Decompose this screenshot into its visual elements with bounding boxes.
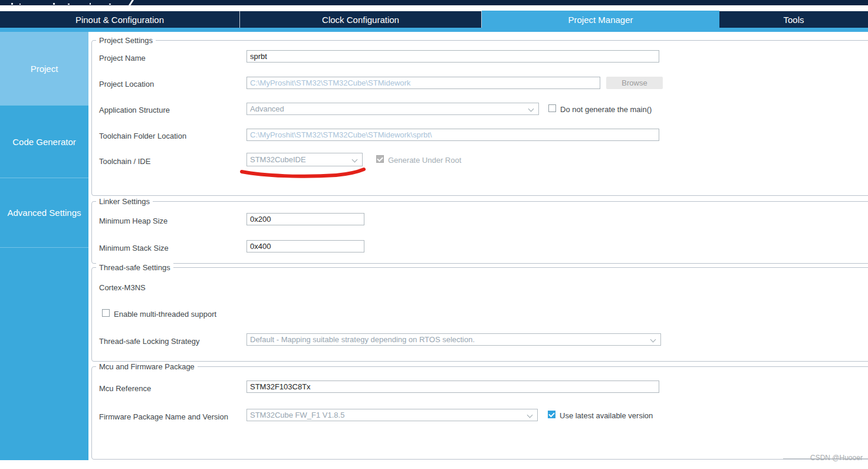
- locking-strategy-label: Thread-safe Locking Strategy: [99, 337, 200, 346]
- do-not-generate-main-label: Do not generate the main(): [560, 105, 652, 114]
- project-settings-group: Project Settings Project Name Project Lo…: [91, 40, 868, 196]
- main-tab-bar: Pinout & Configuration Clock Configurati…: [0, 11, 868, 28]
- toolchain-ide-label: Toolchain / IDE: [99, 157, 150, 166]
- sidebar-item-label: Project: [31, 64, 58, 74]
- tab-label: Clock Configuration: [322, 15, 399, 25]
- locking-strategy-value: Default - Mapping suitable strategy depe…: [250, 335, 475, 344]
- tab-pinout-configuration[interactable]: Pinout & Configuration: [0, 11, 240, 28]
- use-latest-version-label: Use latest available version: [560, 411, 653, 420]
- generate-under-root-label: Generate Under Root: [388, 156, 461, 165]
- group-legend: Mcu and Firmware Package: [96, 362, 198, 371]
- clipped-text-fragment: [68, 4, 70, 5]
- sidebar-item-project[interactable]: Project: [0, 32, 88, 105]
- generate-under-root-checkbox[interactable]: [376, 155, 384, 163]
- browse-button[interactable]: Browse: [606, 77, 663, 89]
- tab-tools[interactable]: Tools: [719, 11, 868, 28]
- chevron-down-icon: [528, 106, 534, 112]
- application-structure-label: Application Structure: [99, 106, 170, 114]
- sidebar-filler: [0, 247, 88, 460]
- firmware-package-label: Firmware Package Name and Version: [99, 412, 228, 421]
- min-stack-input[interactable]: [246, 240, 364, 252]
- project-manager-page: Pinout & Configuration Clock Configurati…: [0, 0, 868, 469]
- enable-multi-threaded-checkbox[interactable]: [102, 309, 110, 317]
- toolchain-folder-label: Toolchain Folder Location: [99, 132, 186, 140]
- mcu-reference-input[interactable]: [246, 381, 659, 393]
- toolchain-folder-input[interactable]: [246, 129, 659, 141]
- clipped-text-fragment: [90, 3, 91, 5]
- mcu-reference-label: Mcu Reference: [99, 384, 151, 393]
- sidebar-item-code-generator[interactable]: Code Generator: [0, 105, 88, 178]
- min-stack-label: Minimum Stack Size: [99, 244, 169, 252]
- application-structure-select[interactable]: Advanced: [246, 103, 539, 115]
- firmware-package-select[interactable]: STM32Cube FW_F1 V1.8.5: [246, 409, 538, 421]
- clipped-slash-fragment: [129, 0, 134, 6]
- toolchain-ide-value: STM32CubeIDE: [250, 155, 306, 164]
- min-heap-label: Minimum Heap Size: [99, 217, 167, 225]
- group-legend: Thread-safe Settings: [96, 263, 173, 272]
- use-latest-version-checkbox[interactable]: [548, 411, 555, 418]
- tab-project-manager[interactable]: Project Manager: [482, 11, 719, 28]
- clipped-text-fragment: [11, 3, 13, 5]
- clipped-toolbar-strip: [0, 0, 868, 5]
- application-structure-value: Advanced: [250, 104, 284, 113]
- do-not-generate-main-checkbox[interactable]: [548, 104, 556, 112]
- tab-clock-configuration[interactable]: Clock Configuration: [240, 11, 482, 28]
- group-legend: Linker Settings: [96, 197, 153, 206]
- project-name-input[interactable]: [246, 50, 659, 63]
- group-legend: Project Settings: [96, 36, 156, 45]
- firmware-package-value: STM32Cube FW_F1 V1.8.5: [250, 411, 344, 419]
- tab-label: Tools: [783, 15, 804, 25]
- sidebar-item-advanced-settings[interactable]: Advanced Settings: [0, 178, 88, 247]
- watermark-text: CSDN @Huooer: [810, 454, 863, 462]
- clipped-text-fragment: [109, 4, 111, 5]
- chevron-down-icon: [352, 157, 358, 163]
- project-manager-sidebar: Project Code Generator Advanced Settings: [0, 32, 88, 460]
- core-name-text: Cortex-M3NS: [99, 283, 146, 292]
- sidebar-item-label: Advanced Settings: [7, 208, 81, 218]
- tab-label: Project Manager: [568, 15, 633, 25]
- linker-settings-group: Linker Settings Minimum Heap Size Minimu…: [91, 201, 868, 264]
- toolchain-ide-select[interactable]: STM32CubeIDE: [246, 153, 363, 166]
- tab-label: Pinout & Configuration: [75, 15, 164, 25]
- project-location-input[interactable]: [246, 77, 600, 89]
- project-name-label: Project Name: [99, 54, 146, 63]
- project-location-label: Project Location: [99, 80, 154, 88]
- mcu-firmware-group: Mcu and Firmware Package Mcu Reference F…: [91, 366, 868, 460]
- sidebar-item-label: Code Generator: [12, 137, 76, 147]
- locking-strategy-select[interactable]: Default - Mapping suitable strategy depe…: [246, 333, 661, 346]
- chevron-down-icon: [527, 412, 533, 418]
- enable-multi-threaded-label: Enable multi-threaded support: [114, 310, 216, 319]
- chevron-down-icon: [650, 337, 656, 343]
- active-tab-underline: [0, 28, 868, 32]
- min-heap-input[interactable]: [246, 213, 364, 225]
- clipped-text-fragment: [19, 4, 21, 5]
- clipped-text-fragment: [53, 3, 55, 5]
- thread-safe-settings-group: Thread-safe Settings Cortex-M3NS Enable …: [91, 267, 868, 362]
